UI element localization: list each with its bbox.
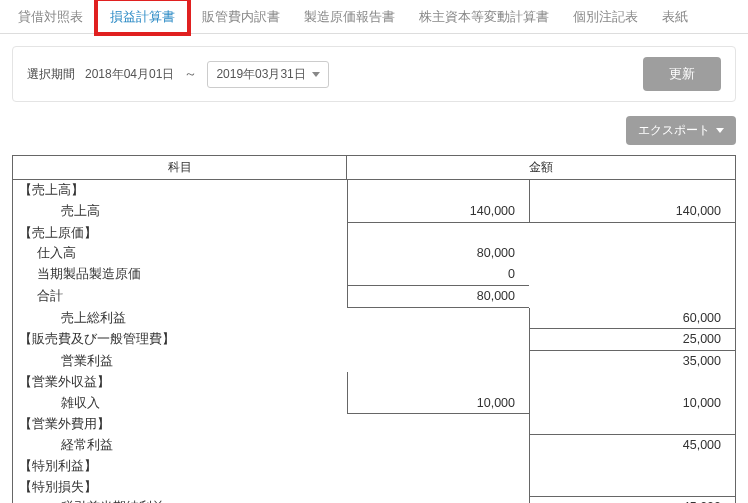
table-row: 売上総利益60,000 [13,308,735,330]
table-row: 【販売費及び一般管理費】25,000 [13,329,735,351]
table-row: 【営業外収益】 [13,372,735,393]
period-label: 選択期間 [27,66,75,83]
row-subject: 仕入高 [13,243,347,264]
table-row: 合計80,000 [13,286,735,308]
tab-0[interactable]: 貸借対照表 [6,0,95,33]
tab-4[interactable]: 株主資本等変動計算書 [407,0,561,33]
tab-2[interactable]: 販管費内訳書 [190,0,292,33]
row-subject: 【特別利益】 [13,456,347,477]
row-subject: 合計 [13,286,347,308]
header-subject: 科目 [13,156,347,179]
table-row: 雑収入10,00010,000 [13,393,735,415]
row-subject: 経常利益 [13,435,347,456]
tab-6[interactable]: 表紙 [650,0,700,33]
row-subject: 営業利益 [13,351,347,372]
tab-3[interactable]: 製造原価報告書 [292,0,407,33]
table-row: 仕入高80,000 [13,243,735,264]
export-button-label: エクスポート [638,122,710,139]
period-tilde: ～ [184,65,197,83]
table-row: 【売上高】 [13,180,735,201]
row-amount-mid [347,497,529,503]
row-amount-mid: 10,000 [347,393,529,415]
table-row: 当期製品製造原価0 [13,264,735,286]
row-amount-right: 60,000 [529,308,735,330]
row-amount-right: 35,000 [529,351,735,372]
row-subject: 売上高 [13,201,347,223]
row-subject: 【営業外費用】 [13,414,347,435]
table-row: 税引前当期純利益45,000 [13,497,735,503]
export-row: エクスポート [0,112,748,155]
table-row: 【特別損失】 [13,477,735,498]
pl-table: 科目 金額 【売上高】売上高140,000140,000【売上原価】仕入高80,… [12,155,736,503]
row-amount-mid [347,477,529,498]
report-tabs: 貸借対照表損益計算書販管費内訳書製造原価報告書株主資本等変動計算書個別注記表表紙 [0,0,748,34]
row-subject: 【売上高】 [13,180,347,201]
row-amount-right: 45,000 [529,497,735,503]
row-amount-right [529,243,735,264]
chevron-down-icon [716,128,724,133]
update-button[interactable]: 更新 [643,57,721,91]
table-row: 売上高140,000140,000 [13,201,735,223]
row-amount-mid: 0 [347,264,529,286]
row-amount-right [529,286,735,308]
chevron-down-icon [312,72,320,77]
header-amount: 金額 [347,156,735,179]
row-amount-mid [347,329,529,351]
period-start-date: 2018年04月01日 [85,66,174,83]
row-subject: 【販売費及び一般管理費】 [13,329,347,351]
row-amount-mid [347,223,529,244]
tab-5[interactable]: 個別注記表 [561,0,650,33]
row-amount-right [529,477,735,498]
row-amount-right: 140,000 [529,201,735,223]
period-filter-bar: 選択期間 2018年04月01日 ～ 2019年03月31日 更新 [12,46,736,102]
table-row: 【営業外費用】 [13,414,735,435]
tab-1[interactable]: 損益計算書 [95,0,190,35]
row-subject: 【特別損失】 [13,477,347,498]
row-amount-mid: 80,000 [347,243,529,264]
row-subject: 【売上原価】 [13,223,347,244]
row-amount-right: 25,000 [529,329,735,351]
period-end-date: 2019年03月31日 [216,66,305,83]
pl-table-header: 科目 金額 [13,156,735,180]
row-subject: 【営業外収益】 [13,372,347,393]
row-amount-mid [347,414,529,435]
table-row: 経常利益45,000 [13,435,735,456]
row-amount-right [529,180,735,201]
row-subject: 税引前当期純利益 [13,497,347,503]
row-amount-mid: 80,000 [347,286,529,308]
row-amount-mid [347,456,529,477]
row-amount-right: 45,000 [529,435,735,456]
row-amount-right [529,223,735,244]
row-amount-right [529,414,735,435]
row-subject: 当期製品製造原価 [13,264,347,286]
row-subject: 雑収入 [13,393,347,415]
table-row: 【特別利益】 [13,456,735,477]
row-subject: 売上総利益 [13,308,347,330]
row-amount-mid: 140,000 [347,201,529,223]
row-amount-right: 10,000 [529,393,735,415]
row-amount-right [529,264,735,286]
row-amount-mid [347,180,529,201]
row-amount-mid [347,435,529,456]
row-amount-mid [347,372,529,393]
row-amount-mid [347,351,529,372]
row-amount-mid [347,308,529,330]
table-row: 【売上原価】 [13,223,735,244]
table-row: 営業利益35,000 [13,351,735,372]
period-end-select[interactable]: 2019年03月31日 [207,61,328,88]
row-amount-right [529,372,735,393]
export-button[interactable]: エクスポート [626,116,736,145]
row-amount-right [529,456,735,477]
